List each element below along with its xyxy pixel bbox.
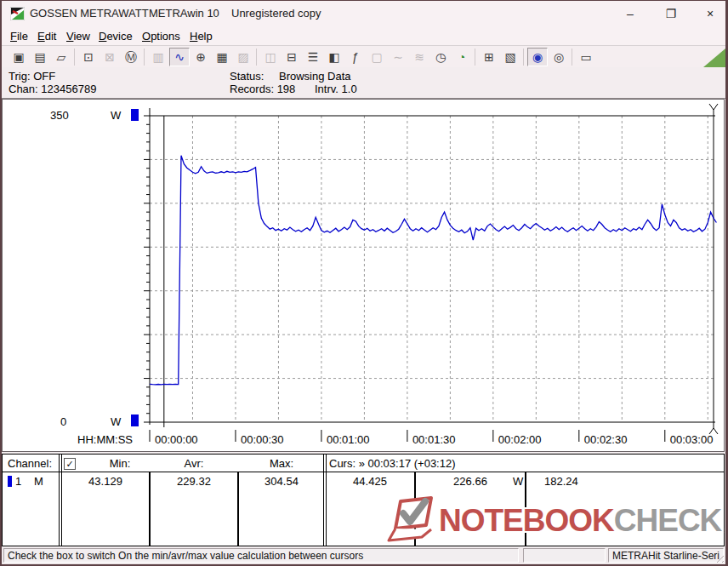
chart-panel: 350 W 0 W HH:MM:SS 00:00:0000:00:3000:01…: [2, 99, 725, 452]
status-bar: Check the box to switch On the min/avr/m…: [2, 547, 725, 564]
menu-bar: FileEditViewDeviceOptionsHelp: [2, 26, 725, 45]
channel-color-marker: [8, 476, 12, 487]
window-inner: GOSSEN METRAWATT METRAwin 10 Unregistere…: [2, 1, 725, 564]
cursor2-unit: W: [513, 475, 523, 488]
channel-number: 1: [15, 475, 21, 488]
close-button[interactable]: ×: [697, 4, 723, 23]
timer-button[interactable]: ◔: [452, 48, 472, 66]
trigger-status: Trig: OFF: [9, 70, 55, 83]
toolbar-separator: [256, 49, 257, 66]
wave-button: ∼: [388, 48, 408, 66]
menu-device[interactable]: Device: [95, 29, 136, 43]
min-value: 43.129: [76, 475, 135, 488]
save-button[interactable]: ▣: [9, 48, 29, 66]
trace-channel-1-power: [150, 156, 716, 385]
numeric-display-button: ▥: [148, 48, 168, 66]
toolbar: ▣▤▱⊡⊠Ⓜ▥∿⊕▦▨◫⊟☰◧ƒ▢∼≋◷◔⊞▧◉◎▭: [2, 45, 725, 68]
interval-value: Intrv. 1.0: [315, 83, 357, 95]
channel-table: Channel: ✓ Min: Avr: Max: Curs: » 00:03:…: [2, 454, 725, 546]
app-name: METRAwin 10: [149, 7, 219, 20]
x-tick-label: 00:02:00: [498, 433, 542, 446]
time-sync-button[interactable]: ◷: [430, 48, 451, 66]
col-header-avr: Avr:: [164, 457, 224, 470]
minimize-button[interactable]: –: [617, 4, 643, 23]
toolbar-separator: [523, 49, 524, 66]
menu-help[interactable]: Help: [186, 29, 216, 43]
cursor-button[interactable]: ⊕: [191, 48, 211, 66]
channel-mode: M: [34, 475, 43, 488]
corner-triangle-icon: [703, 49, 725, 67]
chart-view-button[interactable]: ∿: [169, 48, 190, 66]
print-button[interactable]: ▧: [500, 48, 520, 66]
channel-axis-marker: [131, 414, 139, 426]
x-tick-label: 00:02:30: [584, 433, 628, 446]
toolbar-separator: [144, 49, 145, 66]
device-panel-button: ▢: [367, 48, 387, 66]
col-header-channel: Channel:: [8, 457, 52, 470]
status-label: Status:: [230, 70, 264, 83]
monitor-button[interactable]: ◧: [324, 48, 344, 66]
save-as-button[interactable]: ▤: [30, 48, 50, 66]
x-tick-label: 00:00:30: [241, 433, 284, 446]
menu-view[interactable]: View: [63, 29, 94, 43]
app-title: GOSSEN METRAWATT: [30, 7, 149, 20]
status-panel: Trig: OFF Chan: 123456789 Status: Browsi…: [2, 67, 725, 99]
statusbar-middle: [523, 548, 606, 563]
copy-button: ◫: [260, 48, 281, 66]
col-header-min: Min:: [90, 457, 150, 470]
y-axis-max-label: 350: [50, 109, 69, 122]
menu-file[interactable]: File: [7, 29, 31, 43]
statusbar-device: METRAHit Starline-Seri: [608, 548, 724, 563]
y-axis-min-label: 0: [60, 415, 66, 428]
menu-edit[interactable]: Edit: [34, 29, 60, 43]
toolbar-separator: [572, 49, 572, 66]
records-count: Records: 198: [230, 83, 295, 95]
cursor-diff-value: 182.24: [544, 475, 578, 488]
cursor-2-handle: [714, 428, 718, 434]
avr-value: 229.32: [164, 475, 224, 488]
channel-status: Chan: 123456789: [9, 83, 96, 95]
toolbar-separator: [74, 49, 75, 66]
toolbar-separator: [475, 49, 475, 66]
channel-list-button[interactable]: ☰: [303, 48, 323, 66]
title-bar: GOSSEN METRAWATT METRAwin 10 Unregistere…: [2, 1, 725, 26]
cursor1-value: 44.425: [340, 475, 400, 488]
memory-read-button[interactable]: Ⓜ: [121, 48, 141, 66]
x-tick-label: 00:01:30: [412, 433, 456, 446]
maximize-button[interactable]: ❐: [658, 4, 684, 23]
app-window: GOSSEN METRAWATT METRAwin 10 Unregistere…: [0, 0, 728, 566]
channel-axis-marker: [131, 109, 139, 121]
license-status: Unregistered copy: [231, 7, 321, 20]
col-header-max: Max:: [252, 457, 311, 470]
menu-options[interactable]: Options: [139, 29, 184, 43]
max-value: 304.54: [252, 475, 311, 488]
x-tick-label: 00:01:00: [327, 433, 370, 446]
store-button[interactable]: ⊟: [282, 48, 302, 66]
open-button[interactable]: ▱: [51, 48, 71, 66]
y-axis-unit-bottom: W: [111, 415, 121, 428]
cursor-2-handle: [714, 104, 718, 110]
zoom-lens-button[interactable]: ◎: [549, 48, 569, 66]
cursor-2-handle: [709, 104, 714, 110]
histogram-button: ▨: [233, 48, 253, 66]
status-value: Browsing Data: [279, 70, 351, 83]
app-icon: [10, 7, 25, 20]
x-tick-label: 00:00:00: [155, 433, 198, 446]
power-chart: [3, 100, 724, 451]
y-axis-unit-top: W: [111, 109, 121, 122]
col-header-cursor: Curs: » 00:03:17 (+03:12): [329, 457, 456, 470]
read-device-button[interactable]: ⊡: [78, 48, 99, 66]
tooltip-button[interactable]: ▭: [576, 48, 596, 66]
statusbar-message: Check the box to switch On the min/avr/m…: [3, 548, 519, 563]
wave-dense-button: ≋: [409, 48, 429, 66]
table-view-button[interactable]: ▦: [212, 48, 232, 66]
x-tick-label: 00:03:00: [670, 433, 714, 446]
formula-button[interactable]: ƒ: [345, 48, 366, 66]
clear-device-button: ⊠: [100, 48, 120, 66]
x-axis-format-label: HH:MM:SS: [77, 433, 133, 446]
cursor2-value: 226.66: [441, 475, 500, 488]
print-preview-button[interactable]: ⊞: [479, 48, 499, 66]
zoom-wave-button[interactable]: ◉: [527, 48, 548, 66]
minmax-checkbox[interactable]: ✓: [64, 458, 76, 470]
